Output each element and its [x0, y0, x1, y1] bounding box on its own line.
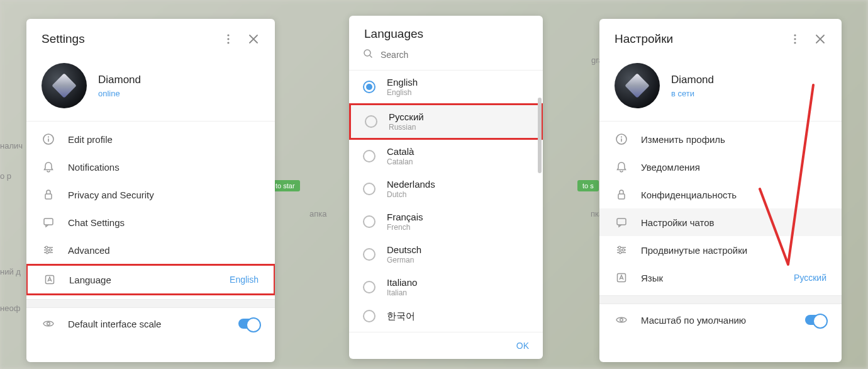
svg-point-14: [794, 34, 796, 36]
menu-value: Русский: [794, 273, 826, 283]
scrollbar[interactable]: [538, 98, 542, 173]
menu-label: Advanced: [68, 245, 260, 256]
language-icon: [615, 271, 628, 285]
close-icon[interactable]: [811, 30, 829, 48]
language-native: 한국어: [387, 310, 415, 322]
language-english: Russian: [389, 123, 424, 132]
radio-icon[interactable]: [363, 281, 376, 293]
scale-toggle[interactable]: [238, 319, 260, 329]
profile-status: online: [98, 89, 141, 98]
language-english: German: [387, 256, 421, 264]
radio-icon[interactable]: [363, 183, 376, 195]
language-option[interactable]: РусскийRussian: [349, 103, 543, 140]
menu-label: Продвинутые настройки: [641, 245, 826, 256]
svg-point-4: [48, 136, 49, 137]
language-option[interactable]: 한국어: [349, 304, 543, 329]
language-option[interactable]: CatalàCatalan: [349, 140, 543, 173]
menu-language[interactable]: Язык Русский: [599, 264, 842, 292]
search-row[interactable]: [349, 46, 543, 70]
sliders-icon: [615, 243, 628, 257]
sliders-icon: [42, 243, 55, 257]
svg-point-23: [622, 249, 625, 251]
menu-advanced[interactable]: Advanced: [26, 236, 275, 264]
menu-privacy[interactable]: Конфиденциальность: [599, 181, 842, 208]
chat-icon: [615, 215, 628, 229]
menu-chat-settings[interactable]: Настройки чатов: [599, 208, 842, 236]
settings-panel-en: Settings Diamond online Edit profile Not…: [26, 19, 275, 362]
menu-notifications[interactable]: Notifications: [26, 153, 275, 181]
language-native: Català: [387, 146, 414, 157]
menu-language[interactable]: Language English: [26, 264, 275, 295]
settings-panel-ru: Настройки Diamond в сети Изменить профил…: [599, 19, 842, 362]
menu-label: Настройки чатов: [641, 217, 826, 228]
more-icon[interactable]: [786, 30, 804, 48]
language-option[interactable]: NederlandsDutch: [349, 173, 543, 205]
chat-icon: [42, 215, 55, 229]
language-option[interactable]: FrançaisFrench: [349, 205, 543, 238]
menu-label: Privacy and Security: [68, 190, 260, 200]
radio-icon[interactable]: [363, 81, 376, 93]
search-input[interactable]: [381, 50, 529, 60]
info-icon: [42, 132, 55, 146]
close-icon[interactable]: [245, 30, 262, 48]
menu-label: Язык: [641, 273, 781, 283]
language-native: Nederlands: [387, 179, 435, 190]
eye-icon: [615, 313, 628, 327]
more-icon[interactable]: [220, 30, 237, 48]
language-native: English: [387, 77, 418, 88]
bell-icon: [42, 160, 55, 174]
menu-privacy[interactable]: Privacy and Security: [26, 181, 275, 208]
svg-point-1: [227, 38, 229, 40]
radio-icon[interactable]: [363, 310, 376, 322]
menu-default-scale[interactable]: Масштаб по умолчанию: [599, 304, 842, 334]
eye-icon: [42, 317, 55, 331]
profile-block[interactable]: Diamond online: [26, 57, 275, 121]
language-english: English: [387, 88, 418, 97]
language-option[interactable]: DeutschGerman: [349, 238, 543, 271]
menu-label: Default interface scale: [68, 319, 226, 329]
menu-edit-profile[interactable]: Edit profile: [26, 125, 275, 153]
language-native: Русский: [389, 111, 424, 122]
svg-rect-20: [618, 194, 625, 199]
menu-chat-settings[interactable]: Chat Settings: [26, 208, 275, 236]
svg-point-22: [618, 246, 621, 249]
menu-label: Уведомления: [641, 162, 826, 173]
svg-rect-21: [617, 219, 626, 225]
menu-label: Изменить профиль: [641, 134, 826, 145]
info-icon: [615, 132, 628, 146]
menu-label: Notifications: [68, 162, 260, 173]
menu-label: Language: [69, 275, 217, 285]
language-english: French: [387, 223, 423, 232]
menu-value: English: [230, 275, 259, 285]
menu-default-scale[interactable]: Default interface scale: [26, 308, 275, 338]
language-option[interactable]: ItalianoItalian: [349, 271, 543, 304]
radio-icon[interactable]: [363, 215, 376, 228]
menu-edit-profile[interactable]: Изменить профиль: [599, 125, 842, 153]
profile-status: в сети: [671, 89, 714, 98]
ok-button[interactable]: OK: [516, 341, 529, 351]
svg-point-24: [619, 251, 621, 254]
lock-icon: [615, 188, 628, 202]
radio-icon[interactable]: [365, 115, 377, 128]
language-english: Dutch: [387, 190, 435, 199]
svg-rect-5: [48, 139, 49, 142]
svg-point-16: [794, 42, 796, 43]
svg-point-12: [47, 322, 50, 326]
panel-title: Languages: [364, 27, 530, 41]
menu-label: Конфиденциальность: [641, 190, 826, 200]
profile-block[interactable]: Diamond в сети: [599, 57, 842, 121]
menu-advanced[interactable]: Продвинутые настройки: [599, 236, 842, 264]
svg-rect-6: [45, 194, 52, 199]
scale-toggle[interactable]: [805, 315, 826, 325]
svg-point-10: [46, 251, 48, 254]
language-option[interactable]: EnglishEnglish: [349, 71, 543, 103]
radio-icon[interactable]: [363, 248, 376, 261]
svg-point-0: [227, 34, 229, 36]
svg-point-9: [49, 249, 52, 251]
search-icon: [363, 48, 373, 61]
profile-name: Diamond: [671, 74, 714, 86]
radio-icon[interactable]: [363, 150, 376, 162]
menu-notifications[interactable]: Уведомления: [599, 153, 842, 181]
lock-icon: [42, 188, 55, 202]
svg-point-8: [45, 246, 48, 249]
